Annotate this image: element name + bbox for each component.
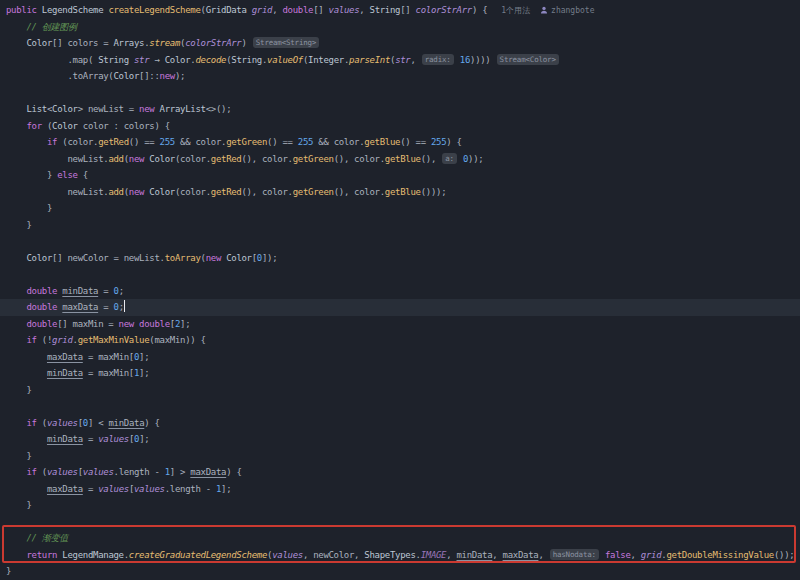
usages-hint[interactable]: 1个用法 [501, 6, 530, 15]
code-token: (), color. [242, 154, 293, 164]
code-line[interactable]: minData = maxMin[1]; [0, 365, 800, 382]
code-line[interactable]: Color[] colors = Arrays.stream(colorStrA… [0, 35, 800, 52]
code-line[interactable]: if (values[values.length - 1] > maxData)… [0, 464, 800, 481]
code-token: values [98, 434, 129, 444]
code-token: ( [37, 467, 47, 477]
code-token: minData [47, 434, 83, 444]
code-token: add [108, 154, 123, 164]
code-line[interactable]: for (Color color : colors) { [0, 118, 800, 135]
inlay-hint-chip[interactable]: hasNodata: [550, 549, 599, 560]
code-line[interactable]: double minData = 0; [0, 283, 800, 300]
author-hint[interactable]: zhangbote [540, 6, 594, 15]
code-line[interactable]: newList.add(new Color(color.getRed(), co… [0, 151, 800, 168]
code-token: ())); [421, 187, 447, 197]
code-line[interactable] [0, 398, 800, 415]
code-token: ()); [774, 550, 794, 560]
code-line[interactable]: } [0, 200, 800, 217]
code-token: new [129, 154, 149, 164]
code-token: → [149, 55, 164, 65]
code-line[interactable]: } [0, 217, 800, 234]
code-token: getMaxMinValue [78, 335, 150, 345]
code-token: LegendScheme [42, 5, 109, 15]
code-token: values [329, 5, 360, 15]
code-token: parseInt [349, 55, 390, 65]
code-token: Arrays [114, 38, 145, 48]
inlay-hint-chip[interactable]: a: [442, 153, 457, 164]
code-token: ]); [262, 253, 277, 263]
code-line[interactable]: maxData = maxMin[0]; [0, 349, 800, 366]
code-token: values [47, 467, 78, 477]
code-token: = [83, 434, 98, 444]
code-line[interactable]: .map( String str → Color.decode(String.v… [0, 52, 800, 69]
code-line[interactable]: } [0, 448, 800, 465]
code-token: createLegendScheme [108, 5, 200, 15]
code-line[interactable]: newList.add(new Color(color.getRed(), co… [0, 184, 800, 201]
code-line[interactable]: } else { [0, 167, 800, 184]
code-token: GridData [206, 5, 252, 15]
code-line[interactable]: List<Color> newList = new ArrayList<>(); [0, 101, 800, 118]
code-token: getRed [98, 137, 129, 147]
code-line[interactable]: // 渐变值 [0, 530, 800, 547]
code-token: (color. [175, 187, 211, 197]
code-token: colorStrArr [416, 5, 472, 15]
code-token: , newColor, [303, 550, 364, 560]
code-token: getGreen [293, 154, 334, 164]
code-line[interactable] [0, 266, 800, 283]
code-line[interactable]: // 创建图例 [0, 19, 800, 36]
code-token: ); [175, 71, 185, 81]
code-token: Color [165, 55, 191, 65]
code-token: minData [108, 418, 144, 428]
code-line[interactable]: return LegendManage.createGraduatedLegen… [0, 547, 800, 564]
code-token: && color. [313, 137, 364, 147]
code-token: [] maxMin = [57, 319, 118, 329]
code-token: .length - [114, 467, 165, 477]
code-token: = maxMin[ [83, 368, 134, 378]
code-line[interactable] [0, 233, 800, 250]
code-token: (), [421, 154, 441, 164]
code-line-current[interactable]: double maxData = 0; [0, 299, 800, 316]
code-token: ] > [170, 467, 190, 477]
code-token: } [6, 500, 32, 510]
code-token: ( [37, 418, 47, 428]
inlay-hint-chip[interactable]: Stream<String> [253, 37, 319, 48]
inlay-hint-chip[interactable]: Stream<Color> [497, 54, 559, 65]
code-line[interactable]: if (values[0] < minData) { [0, 415, 800, 432]
code-token: minData [456, 550, 492, 560]
inlay-hint-chip[interactable]: radix: [422, 54, 454, 65]
code-token: .map( [6, 55, 98, 65]
code-token: getDoubleMissingValue [666, 550, 774, 560]
code-token: return [6, 550, 62, 560]
code-token: ) { [144, 418, 159, 428]
code-line[interactable]: if (color.getRed() == 255 && color.getGr… [0, 134, 800, 151]
code-line[interactable]: } [0, 382, 800, 399]
code-line[interactable] [0, 85, 800, 102]
code-token: } [6, 451, 32, 461]
code-token: (color. [57, 137, 98, 147]
code-token: Color [52, 104, 78, 114]
code-line[interactable]: } [0, 563, 800, 580]
code-token: LegendManage [62, 550, 123, 560]
code-token: [] [313, 5, 328, 15]
code-line[interactable]: .toArray(Color[]::new); [0, 68, 800, 85]
code-token: Color [6, 38, 52, 48]
code-line[interactable]: Color[] newColor = newList.toArray(new C… [0, 250, 800, 267]
code-token: add [108, 187, 123, 197]
code-line[interactable]: } [0, 497, 800, 514]
code-token: && color. [175, 137, 226, 147]
code-token: String [370, 5, 401, 15]
code-token: )))) [470, 55, 496, 65]
code-token: Color [149, 187, 175, 197]
code-token: 255 [160, 137, 175, 147]
code-line[interactable]: double[] maxMin = new double[2]; [0, 316, 800, 333]
code-line[interactable]: maxData = values[values.length - 1]; [0, 481, 800, 498]
code-token: { [78, 170, 88, 180]
code-token: = maxMin[ [83, 352, 134, 362]
code-token: str [395, 55, 410, 65]
code-line[interactable] [0, 514, 800, 531]
code-area[interactable]: public LegendScheme createLegendScheme(G… [0, 2, 800, 580]
code-token: grid [252, 5, 272, 15]
code-line[interactable]: public LegendScheme createLegendScheme(G… [0, 2, 800, 19]
code-line[interactable]: if (!grid.getMaxMinValue(maxMin)) { [0, 332, 800, 349]
code-line[interactable]: minData = values[0]; [0, 431, 800, 448]
code-token: values [47, 418, 78, 428]
